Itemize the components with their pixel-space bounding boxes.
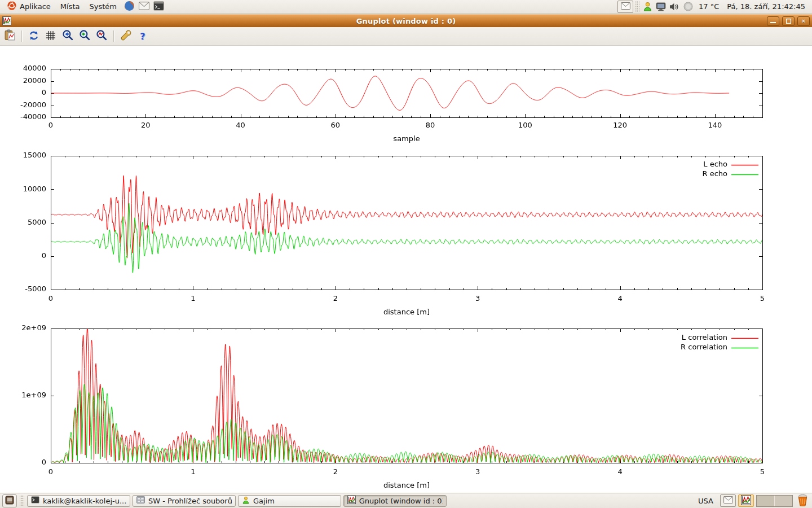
trash-icon [797,493,809,508]
replot-button[interactable] [27,29,41,43]
task-label: kaklik@kaklik-kolej-u... [43,497,126,505]
zoom-next-button[interactable] [77,29,92,43]
temperature-indicator[interactable]: 17 °C [695,2,722,11]
menu-label: Aplikace [20,2,51,11]
copy-to-clipboard-button[interactable] [2,29,17,43]
zoom-autoscale-button[interactable] [94,29,109,43]
terminal-launcher[interactable] [152,1,166,13]
show-desktop-icon [5,496,14,506]
help-button[interactable]: ? [135,29,150,43]
top-panel: Aplikace Místa Systém 17 °C Pá, [0,0,812,14]
firefox-icon [124,1,135,13]
mail-tray-button[interactable] [720,494,736,507]
toolbar-separator [113,30,114,42]
close-button[interactable]: ✕ [797,16,810,26]
window-title: Gnuplot (window id : 0) [0,17,812,25]
sample-waveform-chart[interactable] [0,62,812,150]
task-label: Gajim [253,497,275,505]
maximize-button[interactable] [782,16,795,26]
zoom-autoscale-icon [96,29,108,43]
firefox-launcher[interactable] [123,1,136,13]
grid-icon [46,30,56,42]
menu-label: Místa [60,2,80,11]
places-menu[interactable]: Místa [57,2,85,12]
task-label: Gnuplot (window id : 0) [359,497,443,505]
gnuplot-icon [741,495,751,507]
tasklist-drag-handle[interactable] [20,494,24,507]
zoom-previous-button[interactable] [60,29,75,43]
clock-applet[interactable]: Pá, 18. září, 21:42:45 [723,2,809,11]
terminal-icon [31,496,39,505]
toolbar: ? [0,27,812,46]
toolbar-separator [21,30,22,42]
tray-drag-handle[interactable] [635,1,639,12]
volume-icon[interactable] [668,1,681,13]
minimize-button[interactable] [767,16,779,26]
trash-applet[interactable] [795,494,810,507]
ubuntu-logo-icon [7,1,17,12]
toggle-grid-button[interactable] [43,29,58,43]
wrench-icon [120,29,132,43]
mail-launcher[interactable] [138,1,151,13]
envelope-icon [621,2,630,11]
gnuplot-window: Gnuplot (window id : 0) ✕ [0,14,812,493]
task-label: SW - Prohlížeč souborů [148,497,232,505]
keyboard-layout-indicator[interactable]: USA [694,497,718,505]
clipboard-icon [4,29,16,43]
weather-icon[interactable] [682,1,694,13]
gajim-icon [242,496,250,506]
settings-button[interactable] [118,29,133,43]
taskbar-item-terminal[interactable]: kaklik@kaklik-kolej-u... [27,495,130,507]
show-desktop-button[interactable] [2,494,17,507]
taskbar: kaklik@kaklik-kolej-u... SW - Prohlížeč … [0,493,812,508]
taskbar-item-gnuplot[interactable]: Gnuplot (window id : 0) [343,495,447,507]
mail-notification-tray[interactable] [617,1,633,13]
file-manager-icon [136,496,145,505]
plot-area [0,46,812,493]
applications-menu[interactable]: Aplikace [3,0,56,14]
titlebar[interactable]: Gnuplot (window id : 0) ✕ [0,14,812,27]
workspace-switcher [756,495,793,507]
echo-distance-chart[interactable] [0,150,812,322]
zoom-next-icon [79,29,91,43]
terminal-icon [153,1,164,12]
menu-label: Systém [89,2,116,11]
help-icon: ? [140,31,145,42]
correlation-distance-chart[interactable] [0,322,812,497]
workspace-2[interactable] [774,496,792,506]
envelope-icon [139,2,149,12]
envelope-icon [723,496,733,505]
gnuplot-icon [347,496,356,506]
workspace-1[interactable] [757,496,774,506]
gajim-status-icon[interactable] [641,1,654,13]
taskbar-item-gajim[interactable]: Gajim [238,495,341,507]
taskbar-item-file-browser[interactable]: SW - Prohlížeč souborů [133,495,236,507]
system-menu[interactable]: Systém [86,2,121,12]
zoom-previous-icon [62,29,74,43]
gnuplot-tray-button[interactable] [738,494,754,507]
display-settings-icon[interactable] [655,1,667,13]
refresh-icon [28,30,39,43]
